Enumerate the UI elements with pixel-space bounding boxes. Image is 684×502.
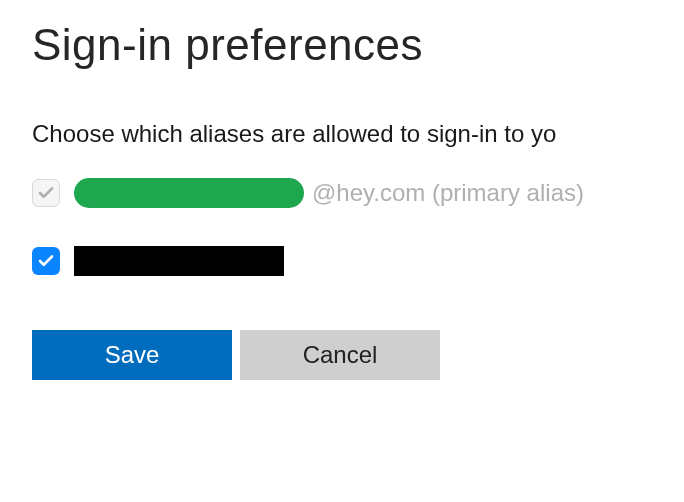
alias-row-secondary — [32, 246, 652, 276]
alias-checkbox-secondary[interactable] — [32, 247, 60, 275]
alias-suffix-text: @hey.com (primary alias) — [312, 179, 584, 207]
redacted-alias-green — [74, 178, 304, 208]
save-button[interactable]: Save — [32, 330, 232, 380]
alias-checkbox-primary — [32, 179, 60, 207]
redacted-alias-black — [74, 246, 284, 276]
page-title: Sign-in preferences — [32, 20, 652, 70]
alias-row-primary: @hey.com (primary alias) — [32, 178, 652, 208]
button-row: Save Cancel — [32, 330, 652, 380]
instruction-text: Choose which aliases are allowed to sign… — [32, 120, 652, 148]
check-icon — [37, 184, 55, 202]
check-icon — [37, 252, 55, 270]
cancel-button[interactable]: Cancel — [240, 330, 440, 380]
